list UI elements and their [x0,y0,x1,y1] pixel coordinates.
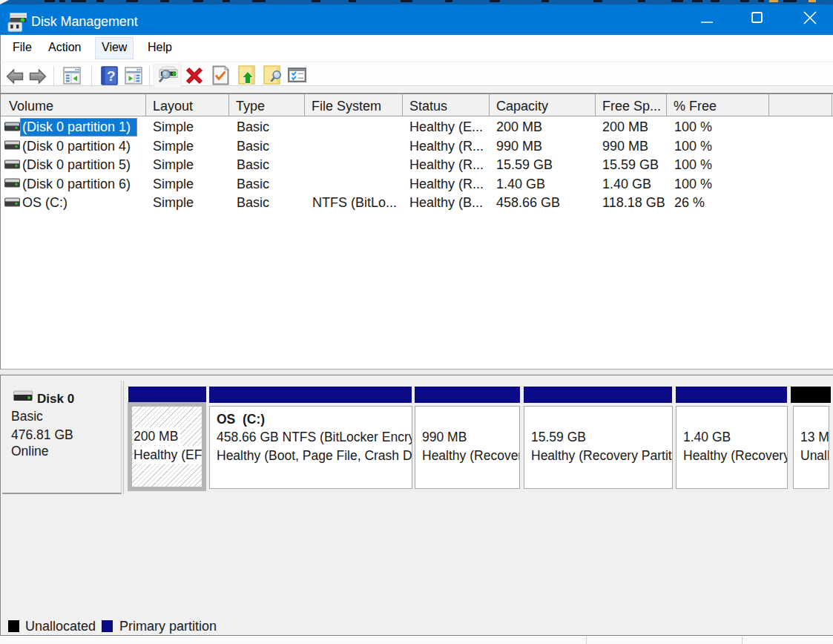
svg-text:?: ? [107,68,116,84]
